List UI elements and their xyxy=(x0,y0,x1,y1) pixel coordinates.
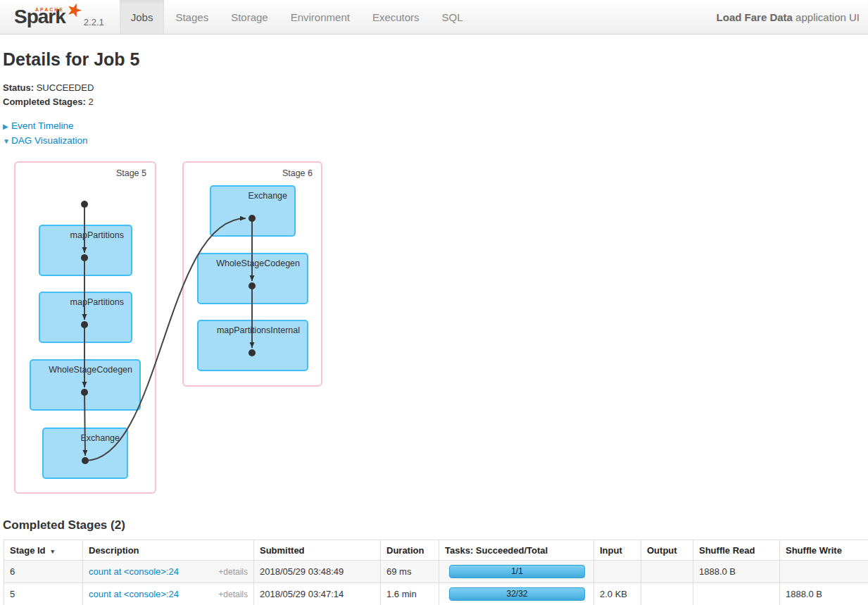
stage-description-link[interactable]: count at <console>:24 xyxy=(89,566,179,577)
dag-visualization-toggle[interactable]: ▼DAG Visualization xyxy=(3,134,865,149)
dag-node-exchange-s5: Exchange xyxy=(42,428,128,479)
col-shuffle-write[interactable]: Shuffle Write xyxy=(780,540,868,561)
submitted-cell: 2018/05/29 03:47:14 xyxy=(254,583,381,605)
dag-node-wholestagecodegen-s6: WholeStageCodegen xyxy=(197,253,308,304)
tab-storage[interactable]: Storage xyxy=(220,0,279,34)
dag-node-mappartitions-2: mapPartitions xyxy=(39,292,132,343)
stage-id-cell: 6 xyxy=(4,561,83,583)
shuffle-read-cell xyxy=(693,583,780,605)
spark-version: 2.2.1 xyxy=(84,7,104,27)
tab-sql[interactable]: SQL xyxy=(431,0,474,34)
status-label: Status: xyxy=(3,82,34,93)
details-toggle[interactable]: +details xyxy=(218,590,248,599)
col-input[interactable]: Input xyxy=(594,540,641,561)
dag-node-mappartitions-1: mapPartitions xyxy=(39,225,132,276)
shuffle-write-cell: 1888.0 B xyxy=(780,583,868,605)
sort-caret-icon: ▾ xyxy=(51,548,55,555)
completed-stages-label: Completed Stages: xyxy=(3,96,86,107)
col-submitted-label: Submitted xyxy=(260,545,305,556)
input-cell xyxy=(594,561,641,583)
col-input-label: Input xyxy=(600,545,622,556)
col-stage-id[interactable]: Stage Id▾ xyxy=(4,540,83,561)
event-timeline-toggle[interactable]: ▶Event Timeline xyxy=(3,119,865,134)
table-row-stage-5: 5 count at <console>:24 +details 2018/05… xyxy=(4,583,868,605)
output-cell xyxy=(641,561,693,583)
tab-environment-link[interactable]: Environment xyxy=(279,0,361,34)
shuffle-read-cell: 1888.0 B xyxy=(693,561,780,583)
tab-executors-link[interactable]: Executors xyxy=(361,0,431,34)
stage-description-link[interactable]: count at <console>:24 xyxy=(89,589,179,599)
col-shuffle-read-label: Shuffle Read xyxy=(699,545,755,556)
col-shuffle-read[interactable]: Shuffle Read xyxy=(693,540,780,561)
table-row-stage-6: 6 count at <console>:24 +details 2018/05… xyxy=(4,561,868,583)
duration-cell: 1.6 min xyxy=(381,583,439,605)
view-toggles: ▶Event Timeline ▼DAG Visualization xyxy=(3,119,865,149)
col-submitted[interactable]: Submitted xyxy=(254,540,381,561)
description-cell: count at <console>:24 +details xyxy=(83,561,254,583)
col-tasks-label: Tasks: Succeeded/Total xyxy=(445,545,548,556)
tab-stages-link[interactable]: Stages xyxy=(164,0,220,34)
tab-stages[interactable]: Stages xyxy=(164,0,220,34)
tab-executors[interactable]: Executors xyxy=(361,0,431,34)
tab-sql-link[interactable]: SQL xyxy=(431,0,474,34)
description-cell: count at <console>:24 +details xyxy=(83,583,254,605)
table-header-row: Stage Id▾ Description Submitted Duration… xyxy=(4,540,868,561)
page-title: Details for Job 5 xyxy=(3,49,865,70)
dag-node-wholestagecodegen-s5: WholeStageCodegen xyxy=(30,359,141,411)
task-progress-bar: 32/32 xyxy=(449,587,585,601)
completed-stages-link[interactable]: Completed Stages: xyxy=(3,96,86,107)
col-shuffle-write-label: Shuffle Write xyxy=(786,545,842,556)
col-duration-label: Duration xyxy=(386,545,424,556)
nav-tabs: Jobs Stages Storage Environment Executor… xyxy=(120,0,474,34)
event-timeline-link[interactable]: Event Timeline xyxy=(11,120,74,131)
dag-stage-6-label: Stage 6 xyxy=(282,168,313,178)
col-description[interactable]: Description xyxy=(83,540,254,561)
col-output[interactable]: Output xyxy=(641,540,693,561)
duration-cell: 69 ms xyxy=(381,561,439,583)
tasks-cell: 32/32 xyxy=(439,583,594,605)
task-progress-bar: 1/1 xyxy=(449,565,585,578)
submitted-cell: 2018/05/29 03:48:49 xyxy=(254,561,381,583)
dag-node-exchange-s6: Exchange xyxy=(210,185,296,237)
status-value: SUCCEEDED xyxy=(37,82,94,93)
status-line: Status: SUCCEEDED xyxy=(3,81,865,95)
spark-brand[interactable]: APACHE Spark ★ 2.2.1 xyxy=(0,0,120,34)
application-name: Load Fare Data xyxy=(717,11,793,23)
col-output-label: Output xyxy=(647,545,677,556)
tab-jobs[interactable]: Jobs xyxy=(120,0,165,34)
stage-id-cell: 5 xyxy=(4,583,83,605)
expanded-arrow-icon: ▼ xyxy=(3,135,11,149)
details-toggle[interactable]: +details xyxy=(218,567,248,577)
tab-jobs-link[interactable]: Jobs xyxy=(120,0,165,34)
collapsed-arrow-icon: ▶ xyxy=(3,120,11,134)
application-ui-suffix: application UI xyxy=(793,11,860,23)
tab-environment[interactable]: Environment xyxy=(279,0,361,34)
col-stage-id-label: Stage Id xyxy=(10,545,46,556)
tasks-cell: 1/1 xyxy=(439,561,594,583)
completed-stages-count: 2 xyxy=(88,96,93,107)
spark-star-icon: ★ xyxy=(63,0,85,23)
apache-label: APACHE xyxy=(35,7,64,12)
dag-visualization: Stage 5 Stage 6 mapPartitions mapPartiti… xyxy=(3,157,334,500)
job-summary: Status: SUCCEEDED Completed Stages: 2 xyxy=(3,81,865,109)
shuffle-write-cell xyxy=(780,561,868,583)
main-content: Details for Job 5 Status: SUCCEEDED Comp… xyxy=(0,49,868,605)
col-duration[interactable]: Duration xyxy=(381,540,439,561)
dag-visualization-link[interactable]: DAG Visualization xyxy=(11,135,88,146)
completed-stages-table: Stage Id▾ Description Submitted Duration… xyxy=(4,539,868,605)
col-description-label: Description xyxy=(89,545,139,556)
application-title: Load Fare Data application UI xyxy=(717,0,868,34)
top-navbar: APACHE Spark ★ 2.2.1 Jobs Stages Storage… xyxy=(0,0,868,35)
dag-node-mappartitionsinternal: mapPartitionsInternal xyxy=(197,320,308,371)
output-cell xyxy=(641,583,693,605)
tab-storage-link[interactable]: Storage xyxy=(220,0,279,34)
completed-stages-line: Completed Stages: 2 xyxy=(3,95,865,109)
col-tasks[interactable]: Tasks: Succeeded/Total xyxy=(439,540,594,561)
spark-logo: APACHE Spark ★ xyxy=(14,6,80,27)
dag-stage-5-label: Stage 5 xyxy=(116,168,146,178)
input-cell: 2.0 KB xyxy=(594,583,641,605)
completed-stages-heading: Completed Stages (2) xyxy=(3,518,865,532)
